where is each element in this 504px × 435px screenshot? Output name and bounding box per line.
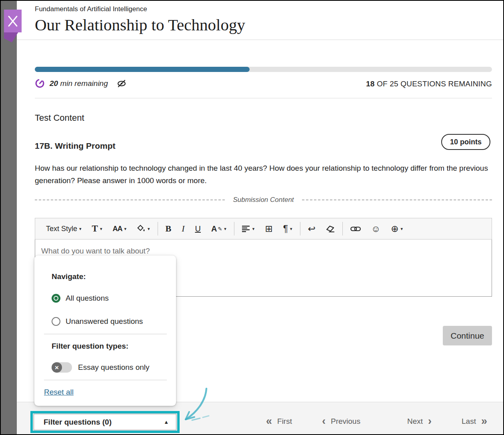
align-button[interactable]: ▾ (237, 221, 260, 237)
nav-previous-button[interactable]: ‹ Previous (322, 416, 360, 427)
toggle-label: Essay questions only (78, 363, 150, 372)
emoji-icon: ☺ (371, 223, 380, 234)
section-title: Test Content (35, 113, 84, 123)
nav-previous-label: Previous (331, 417, 360, 426)
radio-label: Unanswered questions (66, 317, 143, 326)
status-divider (35, 98, 492, 98)
time-remaining: 20 min remaining (50, 79, 108, 88)
navigate-heading: Navigate: (52, 272, 86, 281)
undo-icon: ↩ (308, 223, 316, 234)
paragraph-button[interactable]: ¶ ▾ (278, 221, 298, 237)
font-size-button[interactable]: AA ▾ (107, 221, 132, 237)
toolbar-separator (234, 222, 234, 235)
chevron-down-icon: ▾ (148, 226, 150, 231)
text-style-dropdown[interactable]: Text Style ▾ (41, 221, 87, 237)
table-button[interactable]: ⊞ (260, 221, 278, 237)
font-family-button[interactable]: T ▾ (87, 221, 108, 237)
timer-group: 20 min remaining (35, 78, 126, 88)
page-header: Fundamentals of Artificial Intelligence … (17, 1, 503, 40)
filter-questions-button[interactable]: Filter questions (0) ▲ (34, 414, 176, 430)
time-value: 20 (50, 79, 58, 88)
question-prompt: How has our relationship to technology c… (35, 162, 492, 187)
plus-circle-icon: ⊕ (391, 223, 398, 234)
italic-icon: I (182, 223, 184, 234)
question-number: 17B. Writing Prompt (35, 141, 115, 151)
divider-dash-right (302, 200, 492, 200)
reset-all-link[interactable]: Reset all (44, 388, 74, 397)
chevron-down-icon: ▾ (290, 226, 292, 231)
radio-all-questions[interactable]: All questions (52, 294, 109, 303)
font-family-icon: T (92, 223, 98, 234)
page-title: Our Relationship to Technology (35, 15, 245, 34)
emoji-button[interactable]: ☺ (366, 221, 386, 237)
radio-label: All questions (66, 294, 109, 303)
underline-icon: U (195, 224, 201, 233)
text-style-label: Text Style (46, 225, 77, 233)
chevron-up-icon: ▲ (164, 419, 169, 425)
status-row: 20 min remaining 18 OF 25 QUESTIONS REMA… (35, 78, 492, 91)
points-badge: 10 points (441, 134, 490, 150)
double-chevron-right-icon: » (481, 416, 487, 427)
nav-last-button[interactable]: Last » (462, 416, 487, 427)
filter-button-label: Filter questions (0) (44, 418, 112, 427)
progress-fill (35, 67, 250, 72)
chevron-left-icon: ‹ (322, 416, 326, 427)
paragraph-icon: ¶ (283, 223, 288, 234)
align-left-icon (242, 225, 250, 232)
continue-button[interactable]: Continue (443, 326, 492, 345)
toggle-off-icon: × (52, 362, 62, 373)
close-button[interactable] (4, 10, 22, 32)
radio-unanswered-questions[interactable]: Unanswered questions (52, 317, 143, 326)
chevron-down-icon: ▾ (224, 226, 226, 231)
questions-label: OF 25 QUESTIONS REMAINING (375, 80, 492, 88)
radio-selected-icon (52, 294, 60, 303)
radio-unselected-icon (52, 317, 60, 326)
essay-only-toggle[interactable]: × (52, 362, 72, 373)
questions-count: 18 (366, 80, 375, 88)
progress-bar (35, 67, 492, 72)
undo-button[interactable]: ↩ (303, 221, 321, 237)
toolbar-separator (342, 222, 343, 235)
underline-button[interactable]: U (190, 221, 206, 237)
chevron-down-icon: ▾ (79, 226, 82, 231)
questions-remaining: 18 OF 25 QUESTIONS REMAINING (366, 80, 492, 88)
chevron-down-icon: ▾ (124, 226, 126, 231)
bold-button[interactable]: B (160, 221, 177, 237)
fill-color-icon (137, 224, 146, 233)
popup-divider (44, 334, 167, 334)
textarea-placeholder: What do you want to talk about? (41, 247, 150, 255)
course-name: Fundamentals of Artificial Intelligence (35, 5, 147, 13)
timer-icon (35, 78, 45, 88)
nav-last-label: Last (462, 417, 476, 426)
filter-types-heading: Filter question types: (52, 342, 128, 351)
chevron-down-icon: ▾ (401, 226, 403, 231)
toolbar-separator (300, 222, 300, 235)
eye-slash-icon (117, 80, 126, 88)
side-rail (1, 1, 17, 434)
font-size-icon: AA (112, 225, 122, 233)
double-chevron-left-icon: « (266, 416, 272, 427)
hide-timer-button[interactable] (117, 80, 126, 88)
pencil-icon: ✎ (218, 226, 222, 232)
chevron-right-icon: › (428, 416, 432, 427)
insert-link-button[interactable] (345, 221, 366, 237)
text-color-icon: A (211, 224, 217, 233)
divider-dash-left (35, 200, 225, 200)
nav-first-label: First (277, 417, 292, 426)
submission-divider-label: Submission Content (233, 196, 294, 204)
nav-next-label: Next (407, 417, 423, 426)
insert-content-button[interactable]: ⊕ ▾ (386, 221, 408, 237)
table-icon: ⊞ (265, 223, 272, 234)
submission-divider: Submission Content (35, 196, 492, 204)
time-units: min remaining (58, 79, 108, 88)
clear-formatting-button[interactable] (321, 221, 340, 237)
assessment-page: Fundamentals of Artificial Intelligence … (0, 0, 504, 435)
essay-only-toggle-row: × Essay questions only (52, 362, 150, 373)
text-color-button[interactable]: A ✎ ▾ (206, 221, 232, 237)
fill-color-button[interactable]: ▾ (132, 221, 155, 237)
italic-button[interactable]: I (176, 221, 190, 237)
nav-first-button[interactable]: « First (266, 416, 292, 427)
bold-icon: B (166, 223, 172, 234)
nav-next-button[interactable]: Next › (407, 416, 432, 427)
popup-divider (44, 380, 167, 380)
